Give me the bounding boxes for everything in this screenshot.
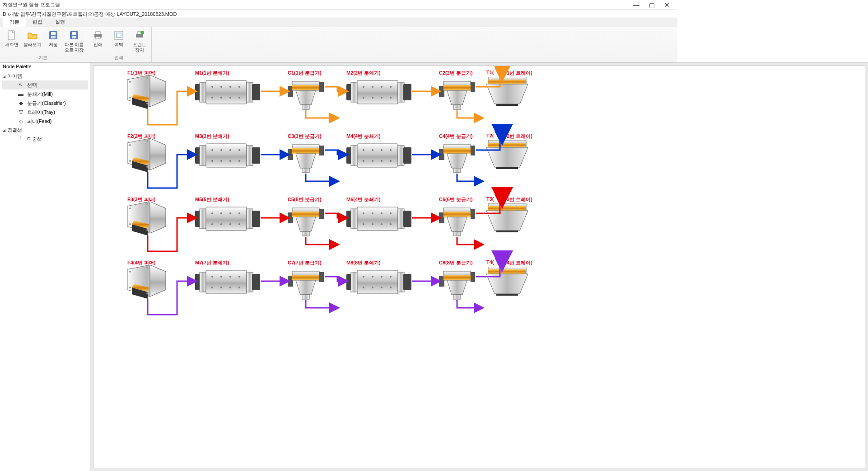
- ribbon-tabs: 기본 편집 실행: [0, 18, 677, 27]
- ribbon-btn-printer[interactable]: 프린트 장치: [130, 28, 149, 55]
- svg-rect-8: [96, 32, 100, 34]
- print-icon: [92, 29, 104, 41]
- ribbon-tab-edit[interactable]: 편집: [26, 17, 49, 27]
- svg-point-14: [140, 31, 144, 34]
- diagram-canvas[interactable]: F1(1번 피더)M1(1번 분쇄기)C1(1번 분급기)M2(2번 분쇄기)C…: [93, 66, 677, 367]
- new-file-icon: [6, 29, 18, 41]
- palette-item-polyline[interactable]: └다중선: [2, 134, 88, 143]
- node-palette: Node Palette 아이템 ↖선택 ▬분쇄기(Mill) ◆분급기(Cla…: [0, 63, 90, 367]
- svg-rect-3: [51, 36, 56, 38]
- cursor-icon: ↖: [17, 81, 24, 89]
- window-titlebar: 지질연구원 샘플 프로그램 — ▢ ✕: [0, 0, 677, 10]
- palette-group-items[interactable]: 아이템: [2, 72, 88, 80]
- svg-rect-10: [115, 31, 123, 39]
- palette-item-feed[interactable]: ◇피더(Feed): [2, 117, 88, 126]
- save-icon: [47, 29, 59, 41]
- tray-icon: ▽: [17, 108, 24, 116]
- palette-item-classifier[interactable]: ◆분급기(Classifier): [2, 99, 88, 108]
- window-minimize-button[interactable]: —: [629, 1, 644, 9]
- window-maximize-button[interactable]: ▢: [644, 1, 659, 9]
- ribbon-tab-run[interactable]: 실행: [49, 17, 71, 27]
- classifier-icon: ◆: [17, 99, 24, 107]
- ribbon-btn-save[interactable]: 저장: [43, 28, 63, 55]
- window-title: 지질연구원 샘플 프로그램: [3, 1, 629, 8]
- ribbon-tab-basic[interactable]: 기본: [3, 17, 26, 27]
- document-path: D:\개발 업무\한국지질연구원\포트폴리오\공정 예상 LAYOUT2_201…: [0, 10, 677, 18]
- printer-settings-icon: [134, 29, 145, 41]
- margin-icon: [113, 29, 125, 41]
- feed-icon: ◇: [17, 118, 24, 125]
- palette-group-connectors[interactable]: 연결선: [2, 126, 88, 134]
- svg-rect-6: [72, 36, 76, 38]
- ribbon-group-basic: 새화면 불러오기 저장 다른 이름 으로 저장 기본: [0, 27, 86, 62]
- palette-item-tray[interactable]: ▽트레이(Tray): [2, 108, 88, 117]
- palette-item-mill[interactable]: ▬분쇄기(Mill): [2, 89, 88, 99]
- diagram-connector: [93, 66, 644, 364]
- palette-title: Node Palette: [0, 63, 90, 71]
- mill-icon: ▬: [17, 90, 24, 98]
- polyline-icon: └: [17, 135, 24, 142]
- ribbon-btn-margin[interactable]: 여백: [109, 28, 129, 55]
- window-close-button[interactable]: ✕: [659, 1, 675, 9]
- svg-rect-5: [72, 32, 76, 35]
- palette-item-select[interactable]: ↖선택: [2, 80, 88, 89]
- save-as-icon: [68, 29, 80, 41]
- folder-icon: [27, 29, 38, 41]
- ribbon-btn-saveas[interactable]: 다른 이름 으로 저장: [64, 28, 84, 55]
- svg-rect-9: [96, 37, 100, 39]
- svg-rect-2: [51, 32, 56, 35]
- ribbon-btn-open[interactable]: 불러오기: [23, 28, 42, 55]
- ribbon-btn-new[interactable]: 새화면: [2, 28, 22, 55]
- ribbon: 새화면 불러오기 저장 다른 이름 으로 저장 기본 인쇄: [0, 27, 677, 62]
- ribbon-btn-print[interactable]: 인쇄: [88, 28, 108, 55]
- ribbon-group-print: 인쇄 여백 프린트 장치 인쇄: [86, 27, 152, 62]
